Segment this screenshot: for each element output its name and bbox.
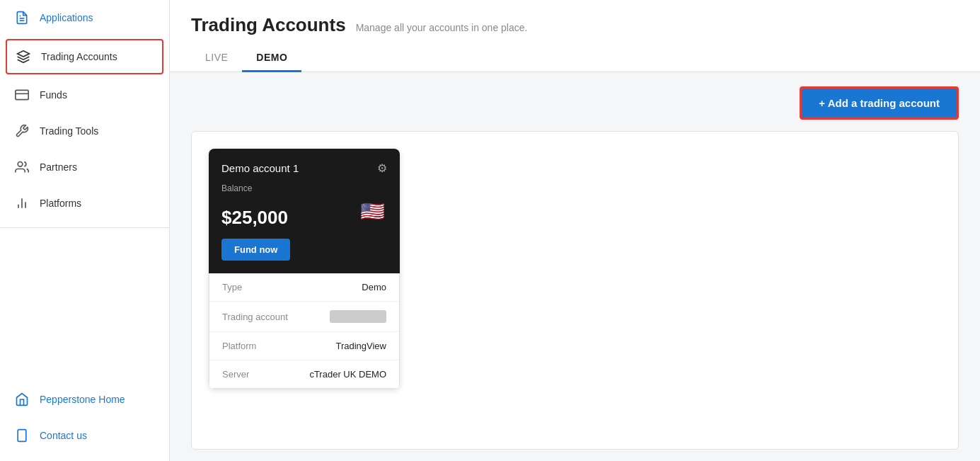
card-top: Demo account 1 ⚙ Balance $25,000 🇺🇸 Fund…	[209, 149, 400, 273]
detail-row-platform: Platform TradingView	[209, 332, 399, 360]
sidebar-item-applications-label: Applications	[40, 12, 93, 23]
home-icon	[14, 392, 30, 407]
detail-row-trading-account: Trading account	[209, 302, 399, 332]
page-subtitle: Manage all your accounts in one place.	[356, 22, 528, 33]
detail-label-platform: Platform	[222, 341, 256, 351]
detail-value-trading-account	[330, 310, 386, 323]
detail-label-server: Server	[222, 369, 249, 380]
sidebar-item-pepperstone-home-label: Pepperstone Home	[40, 394, 125, 405]
add-trading-account-button[interactable]: + Add a trading account	[800, 86, 959, 120]
add-account-button-container: + Add a trading account	[191, 86, 959, 120]
page-title: Trading Accounts	[191, 14, 346, 36]
tools-icon	[14, 123, 30, 139]
sidebar-item-funds[interactable]: Funds	[0, 77, 169, 113]
platforms-icon	[14, 195, 30, 211]
detail-value-server: cTrader UK DEMO	[309, 369, 386, 380]
balance-amount: $25,000	[221, 207, 288, 229]
sidebar-item-partners[interactable]: Partners	[0, 149, 169, 186]
card-top-header: Demo account 1 ⚙	[221, 161, 387, 175]
sidebar-item-contact-us[interactable]: Contact us	[0, 418, 169, 454]
sidebar-item-funds-label: Funds	[40, 89, 67, 101]
tab-live[interactable]: LIVE	[191, 45, 242, 72]
sidebar: Applications Trading Accounts Funds	[0, 0, 170, 461]
accounts-area: Demo account 1 ⚙ Balance $25,000 🇺🇸 Fund…	[191, 131, 959, 450]
fund-now-button[interactable]: Fund now	[221, 239, 290, 261]
detail-label-type: Type	[222, 282, 242, 292]
svg-marker-2	[18, 51, 30, 57]
flag-icon: 🇺🇸	[357, 196, 387, 226]
card-details: Type Demo Trading account Platform Tradi…	[209, 273, 400, 389]
sidebar-item-platforms-label: Platforms	[40, 198, 81, 209]
svg-point-5	[18, 162, 23, 167]
sidebar-item-contact-us-label: Contact us	[40, 430, 87, 441]
wallet-icon	[14, 87, 30, 103]
svg-rect-3	[16, 90, 28, 99]
main-content: Trading Accounts Manage all your account…	[170, 0, 980, 461]
balance-label: Balance	[221, 183, 387, 193]
account-name: Demo account 1	[221, 162, 299, 174]
detail-value-type: Demo	[362, 282, 386, 292]
detail-value-platform: TradingView	[335, 341, 386, 351]
detail-label-trading-account: Trading account	[222, 312, 288, 322]
tab-demo[interactable]: DEMO	[242, 45, 301, 72]
sidebar-item-platforms[interactable]: Platforms	[0, 186, 169, 222]
file-icon	[14, 10, 30, 25]
sidebar-item-trading-accounts-label: Trading Accounts	[41, 51, 117, 62]
sidebar-item-partners-label: Partners	[40, 161, 77, 173]
content-area: + Add a trading account Demo account 1 ⚙…	[170, 72, 980, 461]
sidebar-item-pepperstone-home[interactable]: Pepperstone Home	[0, 382, 169, 418]
layers-icon	[16, 49, 31, 64]
sidebar-item-trading-tools[interactable]: Trading Tools	[0, 113, 169, 149]
account-card: Demo account 1 ⚙ Balance $25,000 🇺🇸 Fund…	[209, 149, 400, 389]
sidebar-item-applications[interactable]: Applications	[0, 0, 169, 36]
sidebar-item-trading-accounts[interactable]: Trading Accounts	[6, 39, 163, 74]
gear-icon[interactable]: ⚙	[377, 161, 387, 175]
sidebar-divider	[0, 227, 169, 228]
detail-row-server: Server cTrader UK DEMO	[209, 360, 399, 388]
sidebar-item-trading-tools-label: Trading Tools	[40, 125, 98, 137]
sidebar-bottom: Pepperstone Home Contact us	[0, 382, 169, 461]
partners-icon	[14, 159, 30, 175]
balance-row: $25,000 🇺🇸	[221, 196, 387, 229]
page-header: Trading Accounts Manage all your account…	[170, 0, 980, 36]
tabs: LIVE DEMO	[170, 45, 980, 72]
contact-icon	[14, 428, 30, 443]
detail-row-type: Type Demo	[209, 273, 399, 302]
